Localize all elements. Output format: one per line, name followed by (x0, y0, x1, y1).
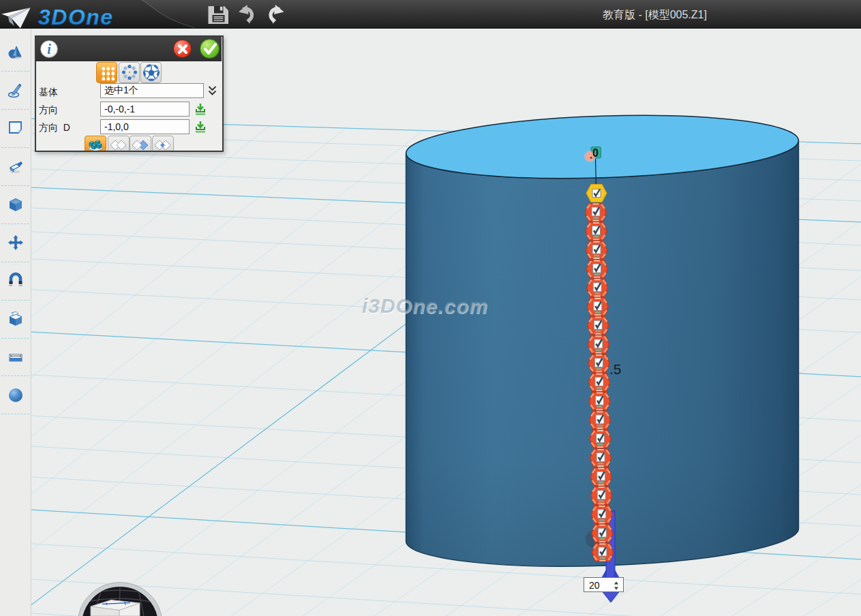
svg-text:i3DOne.com: i3DOne.com (362, 294, 488, 317)
svg-text:.5: .5 (609, 361, 622, 377)
svg-text:0: 0 (592, 147, 599, 159)
svg-text:3DOne: 3DOne (38, 5, 114, 29)
svg-text:教育版 - [模型005.Z1]: 教育版 - [模型005.Z1] (603, 9, 707, 20)
